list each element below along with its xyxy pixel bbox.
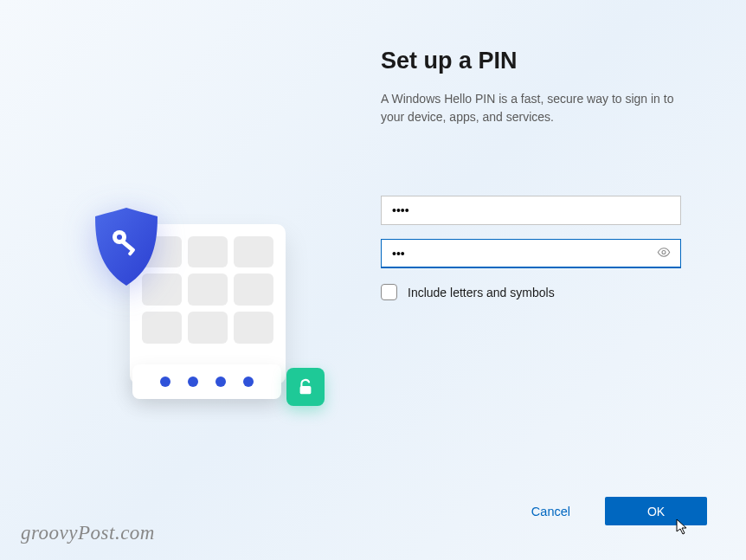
unlock-icon [286,368,325,406]
cancel-button[interactable]: Cancel [531,505,570,518]
form-pane: Set up a PIN A Windows Hello PIN is a fa… [381,0,746,560]
ok-button[interactable]: OK [605,497,707,525]
reveal-password-icon[interactable] [653,242,674,266]
dialog-footer: Cancel OK [531,497,707,525]
pin-dot [188,377,198,387]
keypad-key [234,236,273,268]
dialog-subtitle: A Windows Hello PIN is a fast, secure wa… [381,90,675,126]
pin-dot [215,377,226,387]
illustration-pane [0,0,381,560]
pin-dot [243,377,254,387]
pin-dots-bar [132,364,281,399]
pin-illustration [78,211,303,402]
keypad-key [188,236,228,268]
pin-dot [160,377,170,387]
dialog-title: Set up a PIN [381,48,698,74]
confirm-pin-input[interactable] [381,239,681,268]
keypad-key [188,274,228,306]
keypad-key [142,312,182,344]
watermark: groovyPost.com [21,522,155,544]
keypad-key [234,312,273,344]
svg-rect-0 [300,386,312,394]
shield-key-icon [90,206,163,287]
keypad-key [188,312,228,344]
svg-point-2 [117,235,122,240]
keypad-key [234,274,273,306]
svg-point-5 [662,251,666,254]
include-letters-symbols-label: Include letters and symbols [408,286,555,299]
include-letters-symbols-checkbox[interactable] [381,284,397,300]
new-pin-input[interactable] [381,196,681,225]
